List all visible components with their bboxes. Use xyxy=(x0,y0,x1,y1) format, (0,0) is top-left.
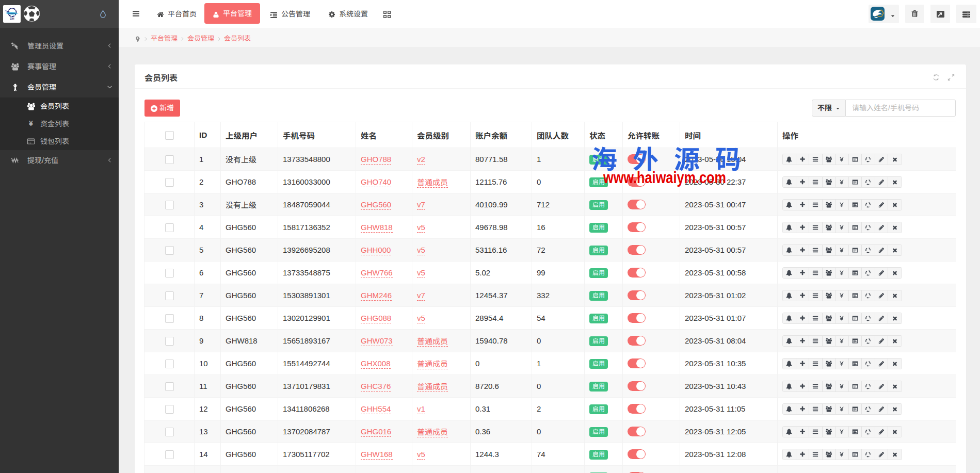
svg-text:GH: GH xyxy=(10,17,14,20)
